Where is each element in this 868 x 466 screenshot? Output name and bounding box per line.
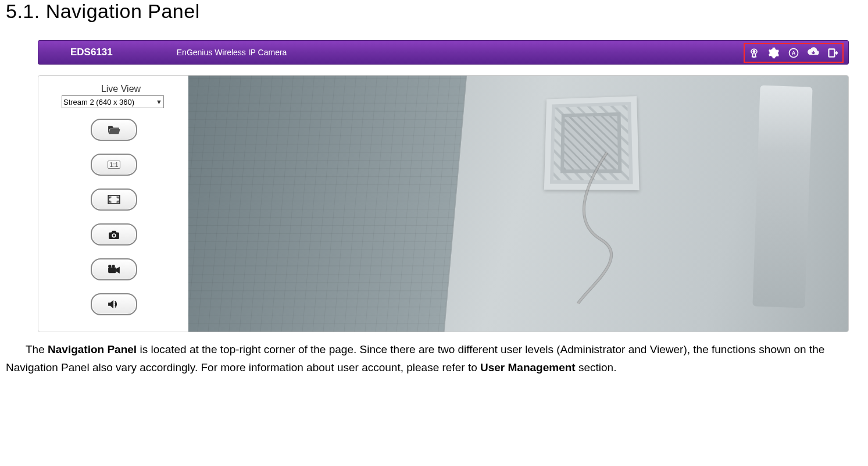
- nav-panel-highlight: A: [744, 43, 844, 63]
- folder-open-button[interactable]: [91, 119, 137, 141]
- section-heading: 5.1. Navigation Panel: [6, 0, 862, 23]
- snapshot-button[interactable]: [91, 223, 137, 246]
- audio-button[interactable]: [91, 293, 137, 315]
- admin-icon[interactable]: A: [788, 47, 799, 59]
- body-paragraph: The Navigation Panel is located at the t…: [6, 340, 860, 377]
- device-description: EnGenius Wireless IP Camera: [177, 48, 287, 57]
- svg-rect-11: [108, 267, 116, 273]
- live-view-label: Live View: [74, 84, 167, 94]
- logout-icon[interactable]: [827, 47, 839, 59]
- device-model: EDS6131: [70, 47, 113, 58]
- screenshot-figure: EDS6131 EnGenius Wireless IP Camera: [38, 40, 849, 332]
- gear-icon[interactable]: [768, 47, 780, 59]
- svg-rect-5: [829, 49, 835, 56]
- stream-select-value: Stream 2 (640 x 360): [63, 98, 134, 106]
- camera-ui-body: Live View Stream 2 (640 x 360) ▼ 1:1: [38, 75, 849, 332]
- camera-icon[interactable]: [748, 47, 760, 59]
- video-feed: [188, 76, 848, 332]
- record-button[interactable]: [91, 258, 137, 280]
- download-icon[interactable]: [808, 47, 819, 59]
- svg-text:A: A: [792, 50, 796, 56]
- actual-size-label: 1:1: [108, 161, 120, 169]
- svg-point-1: [753, 51, 755, 52]
- svg-point-8: [113, 234, 115, 237]
- stream-select[interactable]: Stream 2 (640 x 360) ▼: [62, 95, 164, 108]
- actual-size-button[interactable]: 1:1: [91, 154, 137, 176]
- fullscreen-button[interactable]: [91, 188, 137, 211]
- nav-bar: EDS6131 EnGenius Wireless IP Camera: [38, 40, 849, 65]
- live-view-panel: Live View Stream 2 (640 x 360) ▼ 1:1: [38, 76, 188, 332]
- chevron-down-icon: ▼: [156, 98, 162, 105]
